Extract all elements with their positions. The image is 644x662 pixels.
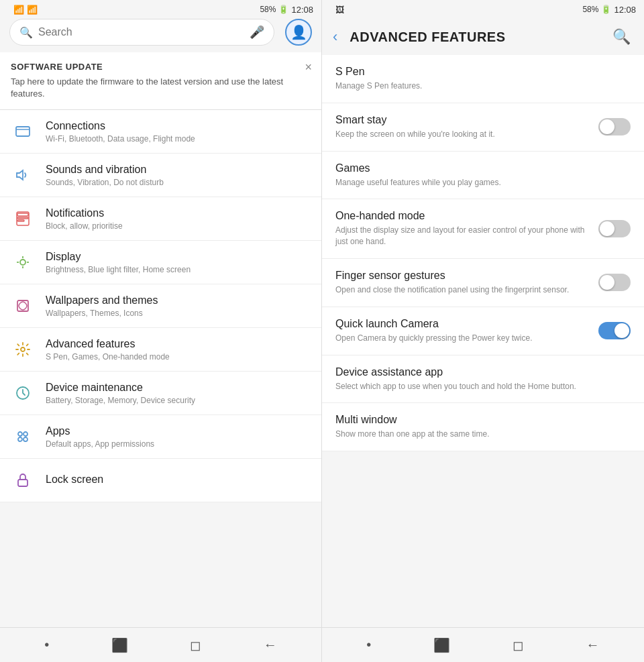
settings-item-lockscreen[interactable]: Lock screen [0,459,321,502]
feature-toggle-fingersensor[interactable] [598,274,631,291]
right-status-bar: 🖼 58% 🔋 12:08 [322,0,644,19]
feature-desc-deviceassistance: Select which app to use when you touch a… [335,381,631,392]
settings-icon-wallpapers [11,294,35,318]
feature-desc-spen: Manage S Pen features. [335,80,631,92]
svg-rect-19 [18,480,28,486]
settings-item-connections[interactable]: Connections Wi-Fi, Bluetooth, Data usage… [0,110,321,154]
left-home-button[interactable]: ◻ [179,632,212,659]
settings-icon-device [11,381,35,405]
update-close-button[interactable]: × [305,60,312,74]
settings-text-notifications: Notifications Block, allow, prioritise [46,207,123,231]
back-button[interactable]: ‹ [333,25,343,48]
settings-title-device: Device maintenance [46,382,195,394]
feature-toggle-smartstay[interactable] [598,118,631,135]
settings-text-wallpapers: Wallpapers and themes Wallpapers, Themes… [46,294,158,318]
update-title: SOFTWARE UPDATE [11,62,311,72]
feature-item-multiwindow[interactable]: Multi window Show more than one app at t… [322,403,644,451]
settings-item-apps[interactable]: Apps Default apps, App permissions [0,415,321,459]
search-input[interactable] [38,26,244,38]
settings-list: Connections Wi-Fi, Bluetooth, Data usage… [0,110,321,627]
feature-info-onehanded: One-handed mode Adjust the display size … [335,210,598,247]
left-nav-bar: • ⬛ ◻ ← [0,627,321,662]
feature-desc-fingersensor: Open and close the notification panel us… [335,284,590,296]
feature-title-spen: S Pen [335,66,631,78]
mic-icon[interactable]: 🎤 [250,25,264,40]
right-search-button[interactable]: 🔍 [610,25,633,48]
feature-toggle-onehanded[interactable] [598,220,631,237]
right-nav-bar: • ⬛ ◻ ← [322,627,644,662]
update-banner[interactable]: SOFTWARE UPDATE Tap here to update the f… [0,52,321,110]
settings-icon-advanced [11,337,35,362]
settings-subtitle-display: Brightness, Blue light filter, Home scre… [46,265,191,274]
profile-icon: 👤 [290,24,307,40]
settings-icon-notifications [11,207,35,231]
right-home-button[interactable]: ◻ [502,632,535,659]
left-battery: 58% [260,5,276,14]
feature-item-games[interactable]: Games Manage useful features while you p… [322,152,644,200]
left-panel: 📶 📶 58% 🔋 12:08 🔍 🎤 👤 SOFTWARE UPDATE Ta… [0,0,322,662]
right-header: ‹ ADVANCED FEATURES 🔍 [322,19,644,55]
left-back-button[interactable]: ← [253,632,288,658]
feature-desc-games: Manage useful features while you play ga… [335,177,631,188]
left-status-bar: 📶 📶 58% 🔋 12:08 [0,0,321,19]
svg-rect-0 [16,127,30,136]
settings-item-wallpapers[interactable]: Wallpapers and themes Wallpapers, Themes… [0,284,321,328]
settings-subtitle-advanced: S Pen, Games, One-handed mode [46,352,170,362]
svg-point-16 [23,432,28,436]
settings-icon-connections [11,119,35,144]
settings-title-lockscreen: Lock screen [46,474,103,486]
feature-info-quicklaunch: Quick launch Camera Open Camera by quick… [335,318,598,344]
right-dot-button[interactable]: • [356,632,382,658]
feature-item-onehanded[interactable]: One-handed mode Adjust the display size … [322,199,644,259]
settings-text-display: Display Brightness, Blue light filter, H… [46,251,191,274]
right-panel: 🖼 58% 🔋 12:08 ‹ ADVANCED FEATURES 🔍 S Pe… [322,0,644,662]
feature-item-fingersensor[interactable]: Finger sensor gestures Open and close th… [322,259,644,307]
feature-title-deviceassistance: Device assistance app [335,366,631,378]
settings-item-advanced[interactable]: Advanced features S Pen, Games, One-hand… [0,328,321,372]
settings-item-display[interactable]: Display Brightness, Blue light filter, H… [0,241,321,284]
right-recent-button[interactable]: ⬛ [423,632,461,659]
svg-marker-2 [17,170,23,180]
settings-subtitle-wallpapers: Wallpapers, Themes, Icons [46,309,158,318]
feature-desc-multiwindow: Show more than one app at the same time. [335,429,631,440]
svg-point-13 [21,347,25,351]
settings-icon-sounds [11,163,35,187]
right-battery-icon: 🔋 [601,5,611,14]
feature-item-spen[interactable]: S Pen Manage S Pen features. [322,55,644,103]
search-icon: 🔍 [19,26,33,39]
settings-title-connections: Connections [46,120,195,132]
left-recent-button[interactable]: ⬛ [101,632,139,659]
svg-point-18 [23,437,28,441]
settings-text-sounds: Sounds and vibration Sounds, Vibration, … [46,164,164,187]
svg-point-17 [18,437,22,441]
profile-button[interactable]: 👤 [285,19,312,46]
feature-item-smartstay[interactable]: Smart stay Keep the screen on while you'… [322,103,644,152]
feature-item-quicklaunch[interactable]: Quick launch Camera Open Camera by quick… [322,307,644,355]
settings-title-display: Display [46,251,191,263]
svg-rect-4 [17,217,28,219]
left-signal-icon: 📶 [27,5,38,15]
feature-title-quicklaunch: Quick launch Camera [335,318,590,330]
settings-text-advanced: Advanced features S Pen, Games, One-hand… [46,338,170,362]
settings-title-notifications: Notifications [46,207,123,219]
settings-subtitle-apps: Default apps, App permissions [46,439,154,449]
settings-subtitle-sounds: Sounds, Vibration, Do not disturb [46,178,164,187]
settings-item-device[interactable]: Device maintenance Battery, Storage, Mem… [0,372,321,415]
update-desc: Tap here to update the firmware to the l… [11,76,311,100]
settings-text-device: Device maintenance Battery, Storage, Mem… [46,382,195,405]
settings-item-sounds[interactable]: Sounds and vibration Sounds, Vibration, … [0,154,321,197]
left-dot-button[interactable]: • [34,632,60,658]
settings-text-apps: Apps Default apps, App permissions [46,425,154,449]
left-time: 12:08 [291,5,313,15]
settings-item-notifications[interactable]: Notifications Block, allow, prioritise [0,197,321,241]
right-time: 12:08 [614,5,636,15]
feature-item-deviceassistance[interactable]: Device assistance app Select which app t… [322,355,644,404]
feature-info-fingersensor: Finger sensor gestures Open and close th… [335,270,598,296]
feature-desc-quicklaunch: Open Camera by quickly pressing the Powe… [335,333,590,344]
feature-toggle-quicklaunch[interactable] [598,322,631,339]
right-back-button[interactable]: ← [576,632,610,658]
settings-subtitle-notifications: Block, allow, prioritise [46,221,123,231]
feature-desc-smartstay: Keep the screen on while you're looking … [335,129,590,140]
left-wifi-icon: 📶 [13,5,24,15]
page-title: ADVANCED FEATURES [350,30,603,45]
